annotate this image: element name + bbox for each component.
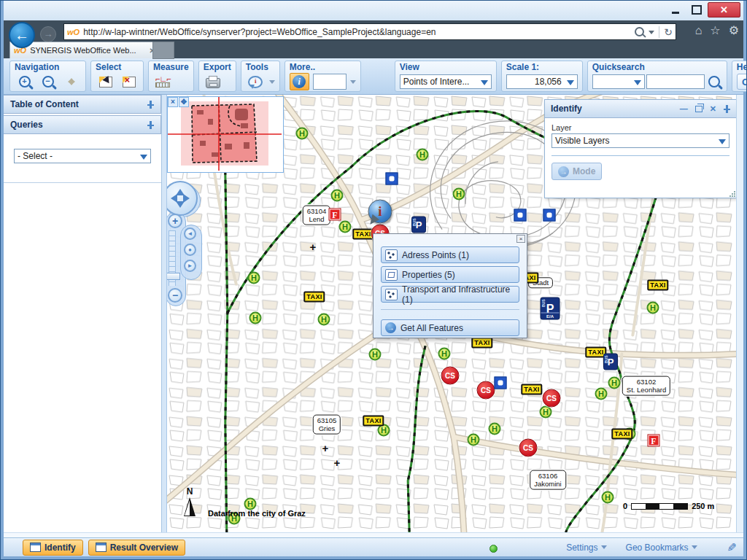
panel-restore-icon[interactable] — [695, 106, 703, 112]
bus-stop-marker[interactable]: H — [296, 128, 309, 140]
identify-layer-result-button[interactable]: Adress Points (1) — [381, 246, 519, 263]
redline-pen-icon[interactable]: ✎ — [724, 542, 738, 552]
pan-button[interactable] — [61, 73, 81, 90]
fuel-station-marker[interactable]: CS — [477, 381, 495, 400]
maptip-button[interactable]: i — [246, 73, 266, 90]
bus-stop-marker[interactable]: H — [489, 423, 501, 435]
zoom-in-button[interactable]: + — [15, 73, 34, 90]
overview-close-button[interactable]: × — [168, 97, 178, 107]
measure-button[interactable]: ⌐∟⌐ — [153, 73, 173, 90]
layer-select[interactable]: Visible Layers — [551, 133, 729, 148]
bus-stop-marker[interactable]: H — [647, 302, 659, 314]
panel-close-icon[interactable]: ✕ — [710, 105, 716, 112]
full-extent-button[interactable]: ● — [184, 244, 196, 256]
view-select[interactable]: Points of Intere... — [400, 74, 492, 89]
more-combobox[interactable] — [313, 74, 347, 90]
bus-stop-marker[interactable]: H — [602, 491, 614, 504]
home-icon[interactable]: ⌂ — [695, 24, 703, 37]
museum-marker[interactable] — [514, 209, 527, 222]
zoom-out-button[interactable]: − — [38, 73, 58, 90]
museum-marker[interactable] — [495, 377, 507, 389]
parking-marker[interactable]: BUSP — [411, 217, 426, 233]
identify-panel-header[interactable]: Identify — ✕ — [545, 100, 736, 118]
panel-resize-grip[interactable] — [729, 190, 735, 197]
bus-stop-marker[interactable]: H — [369, 349, 382, 361]
tools-dropdown-icon[interactable] — [269, 80, 275, 87]
previous-extent-button[interactable]: ◄ — [184, 228, 196, 240]
back-button[interactable]: ← — [9, 22, 35, 48]
bus-stop-marker[interactable]: H — [595, 388, 608, 400]
bus-stop-marker[interactable]: H — [468, 434, 480, 446]
parking-marker[interactable]: BUSPE/A — [541, 298, 560, 320]
bus-stop-marker[interactable]: H — [339, 221, 352, 233]
zoom-slider-handle[interactable] — [167, 273, 180, 280]
sidebar-panel-table-of-content[interactable]: Table of Content — [4, 95, 161, 114]
church-marker[interactable]: + — [334, 458, 341, 468]
geo-bookmarks-menu[interactable]: Geo Bookmarks — [626, 542, 697, 553]
map-canvas[interactable]: HHHHHHHHHHHHHHHHHHHHHHTAXITAXITAXITAXITA… — [167, 95, 736, 532]
window-maximize-button[interactable] — [686, 2, 706, 18]
identify-tool-button[interactable]: i — [290, 73, 309, 90]
copyright-button[interactable]: C — [737, 74, 747, 90]
taxi-marker[interactable]: TAXI — [647, 280, 668, 291]
result-overview-tab[interactable]: Result Overview — [88, 540, 185, 556]
sidebar-panel-queries[interactable]: Queries — [4, 115, 161, 134]
fuel-station-marker[interactable]: CS — [543, 389, 561, 408]
address-dropdown-icon[interactable] — [649, 31, 654, 37]
pin-icon[interactable] — [147, 101, 154, 109]
mode-button[interactable]: → Mode — [551, 163, 602, 180]
popup-close-icon[interactable]: × — [516, 235, 525, 243]
taxi-marker[interactable]: TAXI — [521, 384, 542, 395]
church-marker[interactable]: + — [310, 242, 317, 252]
bus-stop-marker[interactable]: H — [249, 312, 262, 324]
bus-stop-marker[interactable]: H — [453, 188, 465, 201]
search-icon[interactable] — [635, 27, 644, 36]
identify-result-marker[interactable]: i — [368, 200, 392, 224]
select-features-button[interactable] — [96, 73, 115, 90]
identify-layer-result-button[interactable]: Transport and Infrastructure (1) — [381, 286, 519, 303]
settings-gear-icon[interactable]: ⚙ — [729, 23, 739, 37]
forward-button[interactable]: → — [40, 26, 56, 42]
favorites-star-icon[interactable]: ☆ — [710, 23, 720, 37]
parking-marker[interactable]: BUSP — [603, 354, 618, 370]
overview-move-button[interactable]: ✥ — [179, 97, 189, 107]
taxi-marker[interactable]: TAXI — [471, 338, 492, 349]
next-extent-button[interactable]: ► — [184, 260, 196, 272]
refresh-icon[interactable]: ↻ — [664, 26, 673, 38]
sidebar-splitter[interactable] — [162, 95, 167, 532]
overview-map[interactable]: × ✥ — [167, 96, 284, 173]
window-minimize-button[interactable] — [665, 2, 685, 18]
panel-pin-icon[interactable] — [724, 105, 730, 113]
get-all-features-button[interactable]: → Get All Features — [381, 319, 519, 336]
taxi-marker[interactable]: TAXI — [611, 429, 632, 440]
quicksearch-button[interactable] — [706, 73, 722, 90]
bus-stop-marker[interactable]: H — [417, 149, 429, 161]
panel-minimize-icon[interactable]: — — [680, 105, 688, 112]
fuel-station-marker[interactable]: CS — [441, 367, 460, 385]
zoom-in-widget-button[interactable]: + — [168, 214, 182, 228]
query-select[interactable]: - Select - — [14, 149, 151, 163]
quicksearch-select[interactable] — [592, 74, 645, 89]
museum-marker[interactable] — [386, 173, 398, 185]
scale-input[interactable]: 18,056 — [506, 74, 578, 89]
identify-layer-result-button[interactable]: Properties (5) — [381, 266, 519, 283]
fire-station-marker[interactable]: F — [649, 435, 659, 446]
bus-stop-marker[interactable]: H — [608, 377, 621, 389]
address-bar[interactable]: wO http://w-lap-wintner/WebOffice/synser… — [63, 23, 676, 40]
settings-menu[interactable]: Settings — [566, 542, 606, 553]
identify-result-tab[interactable]: Identify — [23, 540, 83, 556]
clear-selection-button[interactable]: × — [119, 73, 139, 90]
museum-marker[interactable] — [543, 209, 556, 222]
new-tab-button[interactable] — [152, 42, 174, 59]
bus-stop-marker[interactable]: H — [248, 272, 260, 284]
zoom-out-widget-button[interactable]: − — [168, 288, 182, 303]
pin-icon[interactable] — [147, 121, 154, 129]
bus-stop-marker[interactable]: H — [540, 406, 552, 419]
taxi-marker[interactable]: TAXI — [303, 292, 325, 303]
quicksearch-input[interactable] — [646, 74, 705, 89]
bus-stop-marker[interactable]: H — [331, 190, 344, 202]
window-close-button[interactable]: ✕ — [708, 2, 740, 18]
pan-right-icon[interactable] — [183, 194, 194, 203]
print-button[interactable] — [204, 73, 223, 90]
more-dropdown-icon[interactable] — [350, 80, 356, 87]
